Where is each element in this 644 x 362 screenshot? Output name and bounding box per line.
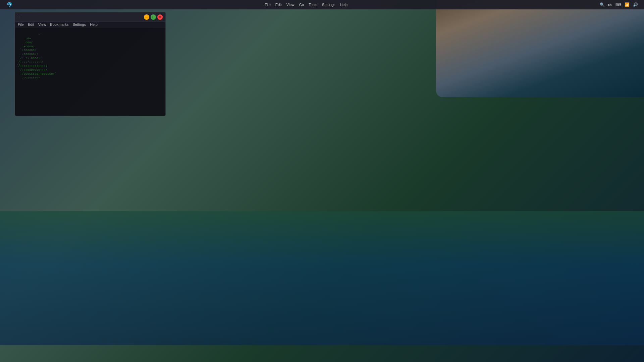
menu-edit[interactable]: Edit <box>275 3 282 7</box>
taskbar-left: 🐬 <box>3 2 12 7</box>
taskbar-menu: File Edit View Go Tools Settings Help <box>265 3 347 7</box>
wallpaper-rocks <box>436 0 644 97</box>
taskbar-top: 🐬 File Edit View Go Tools Settings Help … <box>0 0 644 9</box>
menu-view[interactable]: View <box>286 3 294 7</box>
tmenu-bookmarks[interactable]: Bookmarks <box>50 22 68 26</box>
app-icon: 🐬 <box>7 2 12 7</box>
menu-help[interactable]: Help <box>340 3 348 7</box>
systray-user: us <box>608 3 612 7</box>
terminal-menu-icon[interactable]: ☰ <box>18 15 21 19</box>
menu-go[interactable]: Go <box>299 3 304 7</box>
wallpaper-ocean <box>0 211 644 345</box>
tmenu-edit[interactable]: Edit <box>28 22 34 26</box>
menu-settings[interactable]: Settings <box>322 3 335 7</box>
terminal-titlebar: ☰ – □ ✕ <box>15 12 165 22</box>
taskbar-right: 🔍 us ⌨ 📶 🔊 <box>600 2 641 7</box>
menu-file[interactable]: File <box>265 3 271 7</box>
terminal-window-controls: – □ ✕ <box>144 14 163 20</box>
terminal-left-controls: ☰ <box>18 15 21 19</box>
terminal-window: ☰ – □ ✕ File Edit View Bookmarks Setting… <box>15 12 166 116</box>
terminal-body: -` .o+` `ooo/ `+oooo: `+oooooo: -+oooooo… <box>15 27 165 116</box>
terminal-maximize-btn[interactable]: □ <box>151 14 156 20</box>
tmenu-help[interactable]: Help <box>90 22 98 26</box>
tmenu-file[interactable]: File <box>18 22 24 26</box>
systray-network[interactable]: 📶 <box>625 2 630 7</box>
terminal-minimize-btn[interactable]: – <box>144 14 149 20</box>
terminal-ascii-art: -` .o+` `ooo/ `+oooo: `+oooooo: -+oooooo… <box>15 27 62 116</box>
systray-search[interactable]: 🔍 <box>600 2 605 7</box>
tmenu-view[interactable]: View <box>38 22 46 26</box>
terminal-close-btn[interactable]: ✕ <box>157 14 163 20</box>
terminal-menubar: File Edit View Bookmarks Settings Help <box>15 22 165 27</box>
systray-volume[interactable]: 🔊 <box>633 2 638 7</box>
systray-keyboard[interactable]: ⌨ <box>615 2 621 7</box>
menu-tools[interactable]: Tools <box>309 3 317 7</box>
tmenu-settings[interactable]: Settings <box>72 22 86 26</box>
